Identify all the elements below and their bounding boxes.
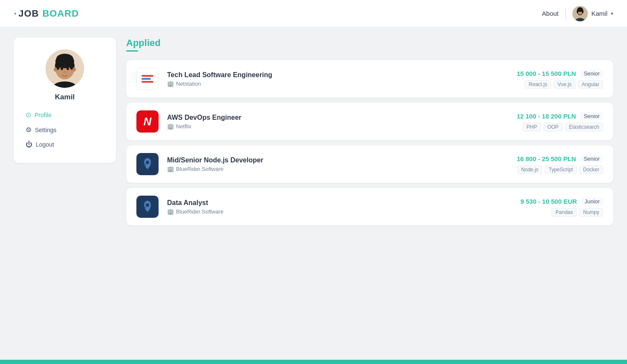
table-row[interactable]: Data Analyst 🏢 BlueRider.Software 9 530 … <box>126 188 613 225</box>
job-tag: Numpy <box>579 208 603 217</box>
logo-job: JOB <box>18 8 39 19</box>
svg-point-18 <box>72 67 76 72</box>
job-salary: 15 000 - 15 500 PLN <box>517 70 576 77</box>
job-company: 🏢 BlueRider.Software <box>167 166 508 172</box>
footer <box>0 360 627 364</box>
building-icon: 🏢 <box>167 208 174 215</box>
company-name: BlueRider.Software <box>176 166 223 172</box>
job-level: Senior <box>580 69 603 78</box>
table-row[interactable]: Tech Lead Software Engineering 🏢 Netstat… <box>126 60 613 98</box>
power-icon: ⏻ <box>26 141 32 148</box>
job-company: 🏢 Netflix <box>167 123 508 130</box>
building-icon: 🏢 <box>167 166 174 172</box>
sidebar-menu: ⊙ Profile ⚙ Settings ⏻ Logout <box>24 108 106 151</box>
sidebar: Kamil ⊙ Profile ⚙ Settings ⏻ Logout <box>14 38 116 350</box>
sidebar-avatar-image <box>46 49 84 88</box>
profile-icon: ⊙ <box>26 111 31 119</box>
logo-dot: · <box>14 8 17 19</box>
job-logo-netflix: N <box>136 110 159 133</box>
job-salary: 16 800 - 25 500 PLN <box>517 155 576 162</box>
job-tag: Vue.js <box>554 80 575 89</box>
sidebar-item-profile[interactable]: ⊙ Profile <box>24 108 106 121</box>
job-tags: Pandas Numpy <box>552 208 603 217</box>
company-name: BlueRider.Software <box>176 208 223 215</box>
section-title: Applied <box>126 38 613 49</box>
job-tag: React.js <box>525 80 551 89</box>
main-layout: Kamil ⊙ Profile ⚙ Settings ⏻ Logout Appl… <box>0 27 627 360</box>
job-meta-top: 15 000 - 15 500 PLN Senior <box>517 69 603 78</box>
chevron-down-icon: ▾ <box>611 11 613 17</box>
settings-icon: ⚙ <box>26 126 32 134</box>
job-logo-bluerider-2 <box>136 196 159 218</box>
job-tag: TypeScript <box>545 165 577 174</box>
job-tag: Angular <box>578 80 603 89</box>
sidebar-item-settings[interactable]: ⚙ Settings <box>24 123 106 136</box>
sidebar-username: Kamil <box>55 93 75 101</box>
avatar <box>572 6 588 21</box>
job-title: Data Analyst <box>167 199 512 207</box>
job-meta: 15 000 - 15 500 PLN Senior React.js Vue.… <box>517 69 603 89</box>
job-meta-top: 12 100 - 18 200 PLN Senior <box>517 112 603 120</box>
job-salary: 9 530 - 10 500 EUR <box>520 198 577 205</box>
job-tags: Node.js TypeScript Docker <box>517 165 603 174</box>
table-row[interactable]: N AWS DevOps Engineer 🏢 Netflix 12 100 -… <box>126 103 613 140</box>
building-icon: 🏢 <box>167 123 174 130</box>
bluerider-logo-graphic <box>140 156 155 172</box>
sidebar-item-logout[interactable]: ⏻ Logout <box>24 138 106 151</box>
sidebar-card: Kamil ⊙ Profile ⚙ Settings ⏻ Logout <box>14 38 116 163</box>
svg-point-21 <box>64 71 66 73</box>
header-username: Kamil <box>591 10 607 17</box>
job-tag: Elasticsearch <box>565 123 603 131</box>
table-row[interactable]: Mid/Senior Node.js Developer 🏢 BlueRider… <box>126 145 613 183</box>
company-name: Netstation <box>176 81 201 87</box>
header-right: About Kamil ▾ <box>542 6 613 21</box>
job-title: AWS DevOps Engineer <box>167 114 508 121</box>
svg-point-6 <box>577 10 578 13</box>
content: Applied Tech Lead Software Engineering 🏢 <box>126 38 613 350</box>
job-logo-bluerider <box>136 153 159 175</box>
job-salary: 12 100 - 18 200 PLN <box>517 113 576 120</box>
job-title: Tech Lead Software Engineering <box>167 71 508 79</box>
logo[interactable]: · JOB BOARD <box>14 8 79 19</box>
svg-point-7 <box>582 10 584 13</box>
job-level: Senior <box>580 155 603 163</box>
job-meta-top: 9 530 - 10 500 EUR Junior <box>520 197 603 205</box>
job-meta: 12 100 - 18 200 PLN Senior PHP OOP Elast… <box>517 112 603 131</box>
user-menu-trigger[interactable]: Kamil ▾ <box>572 6 613 21</box>
job-list: Tech Lead Software Engineering 🏢 Netstat… <box>126 60 613 225</box>
job-tag: PHP <box>523 123 541 131</box>
job-info: Data Analyst 🏢 BlueRider.Software <box>167 199 512 215</box>
section-underline <box>126 50 138 52</box>
job-tag: OOP <box>543 123 563 131</box>
sidebar-item-settings-label: Settings <box>35 127 57 133</box>
job-level: Junior <box>581 197 603 205</box>
sidebar-item-logout-label: Logout <box>36 141 54 148</box>
company-name: Netflix <box>176 123 191 130</box>
bluerider-logo-graphic-2 <box>140 199 155 214</box>
avatar-image <box>572 6 588 21</box>
job-logo-netstation <box>136 68 159 90</box>
job-company: 🏢 BlueRider.Software <box>167 208 512 215</box>
svg-point-23 <box>146 203 149 207</box>
job-title: Mid/Senior Node.js Developer <box>167 156 508 164</box>
svg-point-17 <box>54 67 57 72</box>
job-tags: PHP OOP Elasticsearch <box>523 123 603 131</box>
job-tags: React.js Vue.js Angular <box>525 80 603 89</box>
header: · JOB BOARD About <box>0 0 627 27</box>
job-level: Senior <box>580 112 603 120</box>
svg-point-20 <box>66 67 69 70</box>
job-info: AWS DevOps Engineer 🏢 Netflix <box>167 114 508 130</box>
job-tag: Docker <box>579 165 603 174</box>
job-tag: Pandas <box>552 208 577 217</box>
job-tag: Node.js <box>517 165 543 174</box>
building-icon: 🏢 <box>167 81 174 87</box>
job-meta: 16 800 - 25 500 PLN Senior Node.js TypeS… <box>517 155 603 174</box>
job-info: Mid/Senior Node.js Developer 🏢 BlueRider… <box>167 156 508 172</box>
svg-point-8 <box>578 7 583 11</box>
svg-point-22 <box>146 161 149 164</box>
header-divider <box>565 8 566 20</box>
sidebar-avatar <box>46 49 84 88</box>
about-link[interactable]: About <box>542 10 558 17</box>
job-meta-top: 16 800 - 25 500 PLN Senior <box>517 155 603 163</box>
job-meta: 9 530 - 10 500 EUR Junior Pandas Numpy <box>520 197 603 217</box>
